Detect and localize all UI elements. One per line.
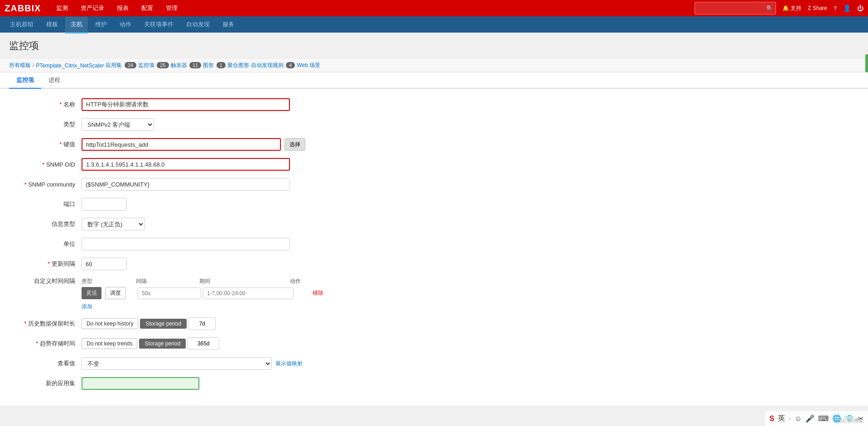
port-input[interactable] (82, 198, 127, 211)
breadcrumb-sep1: / (33, 62, 34, 69)
unit-input[interactable] (82, 238, 290, 250)
breadcrumb-trigger[interactable]: 触发器 11 (171, 62, 202, 69)
port-row: 端口 (9, 197, 850, 211)
ci-header-type: 类型 (82, 278, 136, 285)
ci-interval-input[interactable] (138, 287, 201, 299)
breadcrumb-discovery-badge: 4 (286, 62, 295, 68)
info-type-select[interactable]: 数字 (无正负) 数字 (浮点) 字符 (82, 218, 145, 230)
nav-config[interactable]: 配置 (140, 3, 155, 13)
key-label: 键值 (9, 140, 82, 148)
history-storage-btn[interactable]: Storage period (140, 319, 187, 329)
breadcrumb-app-badge: 24 (125, 62, 136, 68)
tabs-bar: 监控项 进程 (0, 72, 868, 89)
history-period-input[interactable] (188, 317, 216, 330)
trends-dontkeep-btn[interactable]: Do not keep trends (82, 338, 137, 349)
ci-flexible-btn[interactable]: 灵活 (82, 287, 101, 299)
ci-headers: 类型 间隔 期间 动作 (82, 278, 335, 285)
type-label: 类型 (9, 120, 82, 129)
search-icon: 🔍 (766, 5, 773, 12)
type-row: 类型 SNMPv2 客户端 (9, 118, 850, 131)
breadcrumb-graph[interactable]: 图形 1 (203, 62, 225, 69)
green-status-bar (865, 54, 868, 72)
nav-asset[interactable]: 资产记录 (79, 3, 106, 13)
form-container: 名称 类型 SNMPv2 客户端 键值 选择 SNMP OID SNMP com… (0, 89, 868, 406)
breadcrumb-aggregate[interactable]: 聚合图形 (227, 62, 249, 69)
history-controls: Do not keep history Storage period (82, 317, 216, 330)
breadcrumb-trigger-badge: 11 (189, 62, 201, 68)
history-label: 历史数据保留时长 (9, 320, 82, 328)
tab-process[interactable]: 进程 (41, 72, 68, 89)
key-row: 键值 选择 (9, 138, 850, 151)
trends-period-input[interactable] (188, 337, 219, 350)
breadcrumb-graph-badge: 1 (217, 62, 226, 68)
custom-interval-row: 自定义时间间隔 类型 间隔 期间 动作 灵活 调度 移除 添加 (9, 277, 850, 311)
trends-controls: Do not keep trends Storage period (82, 337, 219, 350)
name-label: 名称 (9, 101, 82, 109)
info-type-row: 信息类型 数字 (无正负) 数字 (浮点) 字符 (9, 217, 850, 231)
snmp-community-input[interactable] (82, 178, 290, 191)
search-input[interactable] (694, 2, 776, 14)
type-select[interactable]: SNMPv2 客户端 (82, 118, 154, 131)
history-dontkeep-btn[interactable]: Do not keep history (82, 318, 138, 329)
snmp-oid-row: SNMP OID (9, 158, 850, 171)
breadcrumb-monitor[interactable]: 监控项 25 (138, 62, 169, 69)
share-link[interactable]: Z Share (808, 5, 827, 11)
search-wrap: 🔍 (694, 2, 776, 14)
name-row: 名称 (9, 98, 850, 111)
unit-label: 单位 (9, 240, 82, 248)
nav-monitor[interactable]: 监测 (54, 3, 70, 13)
history-row: 历史数据保留时长 Do not keep history Storage per… (9, 317, 850, 330)
ci-period-input[interactable] (203, 287, 294, 299)
ci-header-interval: 间隔 (136, 278, 199, 285)
ci-schedule-btn[interactable]: 调度 (105, 287, 126, 299)
ci-type-buttons: 灵活 调度 (82, 287, 136, 299)
breadcrumb-discovery[interactable]: 自动发现规则 4 (251, 62, 295, 69)
nav-template[interactable]: 模板 (41, 17, 63, 33)
tab-monitor[interactable]: 监控项 (9, 72, 41, 89)
port-label: 端口 (9, 200, 82, 208)
nav-service[interactable]: 服务 (217, 17, 240, 33)
ci-remove-btn[interactable]: 移除 (295, 289, 341, 297)
snmp-community-row: SNMP community (9, 177, 850, 191)
update-interval-input[interactable] (82, 258, 127, 270)
new-app-label: 新的应用集 (9, 379, 82, 388)
help-link[interactable]: ? (834, 5, 837, 12)
breadcrumb-all-templates[interactable]: 所有模板 (9, 62, 31, 69)
snmp-community-label: SNMP community (9, 181, 82, 188)
new-app-row: 新的应用集 (9, 377, 850, 390)
breadcrumb-web[interactable]: Web 场景 (297, 62, 320, 69)
valuemap-select[interactable]: 不变 (82, 357, 272, 370)
page-header: 监控项 (0, 33, 868, 59)
user-icon[interactable]: 👤 (843, 5, 851, 12)
nav-action[interactable]: 动作 (114, 17, 137, 33)
zabbix-logo: ZABBIX (5, 3, 41, 14)
valuemap-link[interactable]: 展示值映射 (275, 360, 303, 368)
custom-interval-label: 自定义时间间隔 (9, 277, 82, 285)
name-input[interactable] (82, 98, 290, 111)
nav-admin[interactable]: 管理 (164, 3, 179, 13)
nav-autodiscover[interactable]: 自动发现 (181, 17, 215, 33)
unit-row: 单位 (9, 237, 850, 251)
new-app-input[interactable] (82, 377, 199, 390)
ci-header-action: 动作 (290, 278, 335, 285)
second-nav: 主机群组 模板 主机 维护 动作 关联项事件 自动发现 服务 (0, 16, 868, 33)
key-input[interactable] (82, 138, 281, 151)
nav-report[interactable]: 报表 (115, 3, 130, 13)
ci-add-btn[interactable]: 添加 (82, 303, 92, 311)
trends-storage-btn[interactable]: Storage period (139, 339, 186, 349)
key-select-btn[interactable]: 选择 (285, 138, 305, 151)
breadcrumb-appset[interactable]: 应用集 24 (106, 62, 136, 69)
top-nav: ZABBIX 监测 资产记录 报表 配置 管理 🔍 🔔 支持 Z Share ?… (0, 0, 868, 16)
nav-host[interactable]: 主机 (65, 17, 88, 34)
nav-maintenance[interactable]: 维护 (90, 17, 112, 33)
breadcrumb-template-name[interactable]: PTemplate_Citrix_NetScaler (36, 62, 104, 69)
power-icon[interactable]: ⏻ (857, 5, 863, 12)
support-link[interactable]: 🔔 支持 (782, 5, 801, 12)
snmp-oid-input[interactable] (82, 158, 290, 171)
trends-label: 趋势存储时间 (9, 340, 82, 348)
top-nav-right: 🔍 🔔 支持 Z Share ? 👤 ⏻ (694, 2, 863, 14)
trends-row: 趋势存储时间 Do not keep trends Storage period (9, 337, 850, 350)
nav-hostgroup[interactable]: 主机群组 (5, 17, 39, 33)
nav-correlation[interactable]: 关联项事件 (139, 17, 179, 33)
update-interval-row: 更新间隔 (9, 257, 850, 271)
